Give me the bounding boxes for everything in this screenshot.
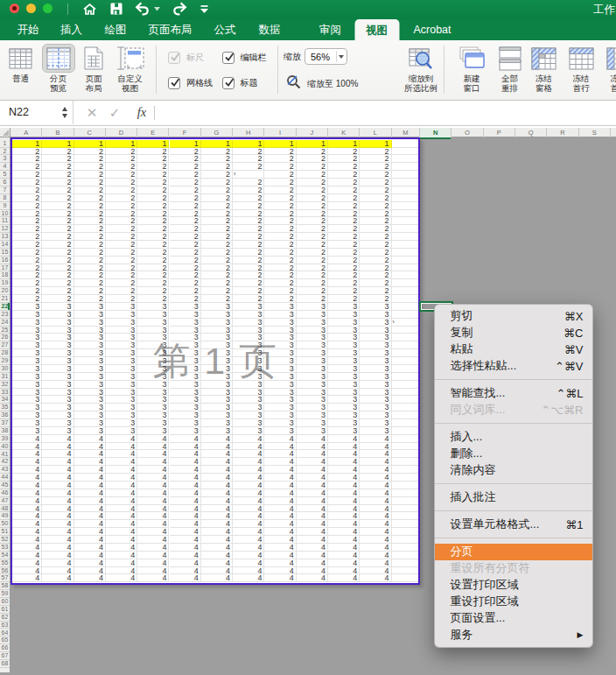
cell[interactable]: 3 <box>170 389 201 397</box>
column-header-J[interactable]: J <box>297 128 328 137</box>
cell[interactable]: 4 <box>264 474 296 482</box>
cell[interactable]: 4 <box>106 474 137 482</box>
cell[interactable]: 1 <box>201 140 233 148</box>
cell[interactable]: 2 <box>201 171 233 179</box>
menu-item-重设打印区域[interactable]: 重设打印区域 <box>435 594 592 610</box>
cell[interactable]: 2 <box>201 210 233 218</box>
cell[interactable]: 3 <box>201 365 233 373</box>
cell[interactable]: 2 <box>74 249 106 257</box>
cell[interactable]: 4 <box>264 567 296 575</box>
row-header-52[interactable]: 52 <box>0 536 10 544</box>
cell[interactable]: 4 <box>328 450 360 458</box>
cell[interactable]: 4 <box>297 450 328 458</box>
row-header-6[interactable]: 6 <box>0 179 10 186</box>
cell[interactable]: 4 <box>264 544 296 552</box>
save-icon[interactable] <box>109 2 123 16</box>
cell[interactable]: 4 <box>74 466 106 474</box>
cell[interactable]: 2 <box>328 186 360 194</box>
cell[interactable]: 2 <box>328 163 360 171</box>
cell[interactable]: 3 <box>170 381 201 389</box>
cell[interactable]: 2 <box>264 194 296 202</box>
row-header-53[interactable]: 53 <box>0 544 10 552</box>
cell[interactable]: 2 <box>137 179 169 186</box>
cell[interactable]: 4 <box>233 435 264 443</box>
cell[interactable] <box>392 163 421 171</box>
cell[interactable]: 4 <box>297 466 328 474</box>
cell[interactable]: 3 <box>297 311 328 319</box>
cell[interactable]: › <box>392 319 421 327</box>
cell[interactable]: 2 <box>42 295 74 303</box>
cell[interactable]: 2 <box>297 148 328 156</box>
cell[interactable]: 4 <box>170 536 201 544</box>
row-header-37[interactable]: 37 <box>0 419 10 427</box>
column-header-B[interactable]: B <box>42 128 74 137</box>
cell[interactable]: 4 <box>42 567 74 575</box>
cell[interactable]: 2 <box>74 155 106 163</box>
cell[interactable]: 4 <box>233 497 264 505</box>
cell[interactable] <box>392 381 421 389</box>
row-header-44[interactable]: 44 <box>0 474 10 482</box>
tab-公式[interactable]: 公式 <box>214 19 236 40</box>
cell[interactable]: 3 <box>360 365 391 373</box>
close-button[interactable] <box>10 4 19 13</box>
row-header-22[interactable]: 22 <box>0 303 10 311</box>
cell[interactable]: 4 <box>74 567 106 575</box>
cell[interactable]: 1 <box>233 140 264 148</box>
cell[interactable]: 2 <box>10 241 42 249</box>
cell[interactable] <box>392 435 421 443</box>
cell[interactable]: 2 <box>42 225 74 233</box>
cell[interactable]: 4 <box>74 552 106 559</box>
cell[interactable]: 4 <box>170 567 201 575</box>
cell[interactable]: 2 <box>74 163 106 171</box>
enter-icon[interactable]: ✓ <box>107 101 122 124</box>
cell[interactable] <box>392 202 421 210</box>
cell[interactable]: 3 <box>328 349 360 357</box>
cell[interactable]: 4 <box>106 435 137 443</box>
cell[interactable]: 2 <box>360 171 391 179</box>
cell[interactable]: 4 <box>42 512 74 520</box>
cell[interactable]: 4 <box>328 512 360 520</box>
cell[interactable] <box>392 217 421 225</box>
cell[interactable]: 3 <box>360 411 391 419</box>
row-header-1[interactable]: 1 <box>0 140 10 148</box>
cell[interactable]: 3 <box>201 404 233 411</box>
tab-插入[interactable]: 插入 <box>60 19 82 40</box>
cell[interactable]: 4 <box>137 466 169 474</box>
row-header-9[interactable]: 9 <box>0 202 10 210</box>
cell[interactable]: 3 <box>360 373 391 381</box>
cell[interactable]: 4 <box>233 443 264 451</box>
cell[interactable]: 4 <box>360 443 391 451</box>
cell[interactable]: 2 <box>297 225 328 233</box>
cell[interactable]: 4 <box>264 512 296 520</box>
row-header-45[interactable]: 45 <box>0 482 10 489</box>
cell[interactable]: 2 <box>74 225 106 233</box>
cell[interactable]: 2 <box>233 241 264 249</box>
cell[interactable]: 2 <box>170 225 201 233</box>
cell[interactable]: 3 <box>328 334 360 341</box>
tab-Acrobat[interactable]: Acrobat <box>413 19 451 40</box>
name-box-spinner-down-icon[interactable] <box>62 114 67 118</box>
cell[interactable]: 3 <box>137 334 169 341</box>
cell[interactable]: 4 <box>201 489 233 497</box>
cell[interactable] <box>392 559 421 567</box>
row-headers[interactable]: 1234567891011121314151617181920212223242… <box>0 137 10 672</box>
cell[interactable]: 2 <box>328 194 360 202</box>
cell[interactable]: 3 <box>74 389 106 397</box>
cell[interactable]: 3 <box>137 365 169 373</box>
row-header-38[interactable]: 38 <box>0 427 10 435</box>
cell[interactable]: 2 <box>170 171 201 179</box>
cell[interactable]: 3 <box>297 365 328 373</box>
cell[interactable]: 3 <box>74 327 106 334</box>
cell[interactable] <box>392 536 421 544</box>
cell[interactable]: 4 <box>10 559 42 567</box>
cell[interactable]: 4 <box>137 536 169 544</box>
cell[interactable] <box>392 148 421 156</box>
cell[interactable]: 2 <box>42 287 74 295</box>
cell[interactable]: 4 <box>233 505 264 513</box>
cell[interactable]: 3 <box>74 311 106 319</box>
row-header-42[interactable]: 42 <box>0 458 10 466</box>
cell[interactable]: 3 <box>264 334 296 341</box>
cell[interactable]: 3 <box>170 303 201 311</box>
cell[interactable]: 2 <box>233 295 264 303</box>
cell[interactable]: 3 <box>233 404 264 411</box>
